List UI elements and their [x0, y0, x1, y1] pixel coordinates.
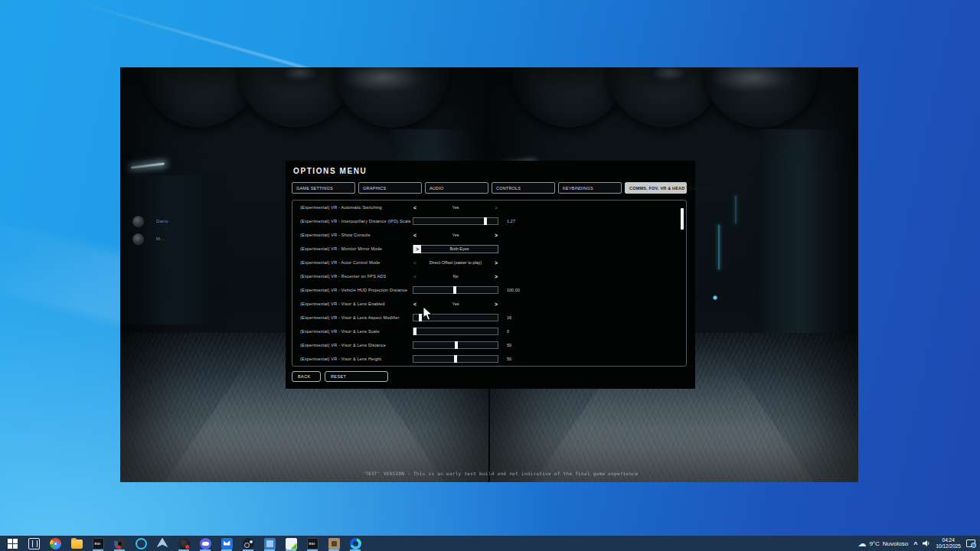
slider-thumb[interactable] — [413, 328, 416, 335]
setting-row: (Experimental) VR - Monitor Mirror Mode>… — [292, 242, 686, 256]
setting-slider[interactable] — [413, 217, 498, 225]
taskbar-icons — [0, 536, 366, 551]
setting-label: (Experimental) VR - Recenter on FPS ADS — [300, 274, 386, 279]
next-option-arrow-icon[interactable]: > — [494, 259, 498, 267]
options-menu-title: OPTIONS MENU — [293, 167, 367, 175]
tab-game-settings[interactable]: GAME SETTINGS — [292, 182, 355, 194]
setting-row: (Experimental) VR - Actor Control Mode<D… — [292, 256, 686, 269]
setting-value: Yes — [417, 205, 494, 210]
steam-icon — [243, 538, 254, 549]
next-option-arrow-icon[interactable]: > — [494, 204, 498, 212]
setting-value: Both Eyes — [421, 246, 498, 251]
slider-thumb[interactable] — [453, 286, 456, 294]
setting-label: (Experimental) VR - Actor Control Mode — [300, 260, 381, 265]
task-view-icon — [28, 538, 40, 549]
setting-selector: <Direct Offset (easier to play)> — [413, 259, 498, 267]
slider-thumb[interactable] — [419, 314, 422, 321]
setting-selector: <Yes> — [413, 204, 498, 212]
mail-icon — [221, 538, 233, 549]
tab-keybindings[interactable]: KEYBINDINGS — [558, 182, 622, 194]
taskbar-start-icon[interactable] — [2, 536, 23, 551]
taskbar-rsi-icon[interactable] — [87, 536, 109, 551]
setting-slider[interactable] — [413, 355, 498, 363]
setting-value: No — [417, 274, 494, 279]
tray-overflow-chevron-icon[interactable]: ^ — [913, 540, 917, 548]
taskbar-chrome-icon[interactable] — [44, 536, 66, 551]
setting-label: (Experimental) VR - Visor & Lens Height — [300, 357, 381, 361]
cloud-icon: ☁ — [858, 540, 866, 547]
setting-label: (Experimental) VR - Vehicle HUD Projecti… — [300, 288, 407, 292]
options-tab-bar: GAME SETTINGSGRAPHICSAUDIOCONTROLSKEYBIN… — [292, 182, 687, 194]
clock-time: 04:24 — [942, 537, 955, 543]
setting-row: (Experimental) VR - Recenter on FPS ADS<… — [292, 269, 686, 283]
taskbar-game-icon[interactable] — [323, 536, 345, 551]
setting-label: (Experimental) VR - Visor & Lens Enabled — [300, 302, 385, 306]
back-button[interactable]: BACK — [292, 371, 321, 382]
taskbar-afterburner-icon[interactable] — [173, 536, 194, 551]
voice-user-name: Dario — [156, 219, 168, 223]
menu-footer-buttons: BACK RESET — [292, 371, 388, 382]
tab-graphics[interactable]: GRAPHICS — [358, 182, 422, 194]
setting-row: (Experimental) VR - Vehicle HUD Projecti… — [292, 283, 686, 297]
tile-icon — [264, 538, 276, 549]
taskbar-notepad-icon[interactable] — [280, 536, 302, 551]
taskbar-rsi-icon[interactable] — [302, 536, 323, 551]
taskbar-discord-icon[interactable] — [194, 536, 216, 551]
slider-thumb[interactable] — [484, 217, 487, 225]
setting-slider[interactable] — [413, 341, 498, 349]
taskbar-plane-icon[interactable] — [152, 536, 173, 551]
rsi-icon — [93, 538, 104, 549]
taskbar-edge-icon[interactable] — [345, 536, 366, 551]
slider-thumb[interactable] — [455, 341, 458, 349]
next-option-arrow-icon[interactable]: > — [494, 300, 498, 308]
rsi-icon — [307, 538, 318, 549]
tab-audio[interactable]: AUDIO — [425, 182, 488, 194]
weather-widget[interactable]: ☁ 9°C Nuvoloso — [858, 540, 908, 547]
windows-taskbar: ☁ 9°C Nuvoloso ^ 04:24 10/12/2025 — [0, 536, 980, 551]
setting-value: Direct Offset (easier to play) — [417, 260, 494, 265]
taskbar-mail-icon[interactable] — [216, 536, 237, 551]
game-icon — [328, 538, 340, 549]
setting-row: (Experimental) VR - Interpupillary Dista… — [292, 214, 686, 228]
reset-button[interactable]: RESET — [325, 371, 388, 382]
build-watermark: 'TEST' VERSION - This is an early test b… — [362, 471, 638, 476]
setting-row: (Experimental) VR - Show Console<Yes> — [292, 228, 686, 242]
setting-selector: >Both Eyes — [413, 245, 498, 253]
setting-label: (Experimental) VR - Visor & Lens Aspect … — [300, 315, 400, 320]
setting-value: 16 — [507, 315, 511, 320]
setting-value: 50 — [507, 357, 511, 361]
setting-label: (Experimental) VR - Monitor Mirror Mode — [300, 246, 382, 251]
settings-list: (Experimental) VR - Automatic Switching<… — [292, 200, 687, 367]
discord-icon — [200, 538, 211, 549]
tab-controls[interactable]: CONTROLS — [492, 182, 555, 194]
setting-row: (Experimental) VR - Visor & Lens Enabled… — [292, 297, 686, 311]
next-option-arrow-icon[interactable]: > — [494, 231, 498, 240]
clock-date: 10/12/2025 — [936, 543, 961, 549]
taskbar-steam-icon[interactable] — [237, 536, 259, 551]
volume-icon[interactable] — [923, 540, 930, 547]
voice-user-name: M... — [156, 236, 165, 241]
taskbar-browser-dark-icon[interactable] — [109, 536, 130, 551]
setting-slider[interactable] — [413, 286, 498, 294]
plane-icon — [157, 538, 168, 549]
setting-slider[interactable] — [413, 328, 498, 335]
taskbar-alexa-icon[interactable] — [130, 536, 152, 551]
setting-row: (Experimental) VR - Visor & Lens Aspect … — [292, 311, 686, 324]
tab-comms-fov-vr-head-tracking[interactable]: COMMS, FOV, VR & HEAD TRACKING — [625, 182, 687, 194]
alexa-icon — [136, 538, 147, 549]
notepad-icon — [286, 538, 297, 549]
prev-option-arrow-icon[interactable]: > — [413, 245, 421, 253]
taskbar-folder-icon[interactable] — [66, 536, 87, 551]
next-option-arrow-icon[interactable]: > — [494, 272, 498, 281]
taskbar-task-view-icon[interactable] — [23, 536, 44, 551]
setting-label: (Experimental) VR - Show Console — [300, 233, 371, 237]
setting-selector: <No> — [413, 272, 498, 281]
setting-label: (Experimental) VR - Visor & Lens Distanc… — [300, 343, 386, 347]
taskbar-clock[interactable]: 04:24 10/12/2025 — [936, 537, 961, 549]
taskbar-tile-icon[interactable] — [259, 536, 280, 551]
desktop: DarioM... 'TEST' VERSION - This is an ea… — [0, 0, 980, 551]
folder-icon — [71, 540, 83, 549]
setting-value: 100.00 — [507, 288, 520, 292]
slider-thumb[interactable] — [454, 355, 457, 363]
action-center-icon[interactable] — [966, 540, 975, 547]
